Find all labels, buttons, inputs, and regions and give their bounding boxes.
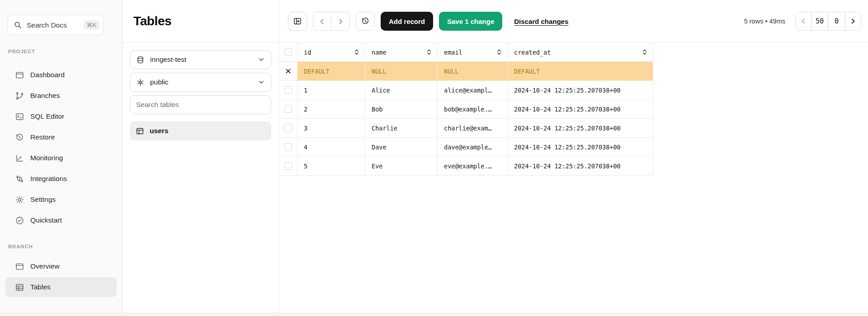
- sort-icon[interactable]: [426, 49, 432, 56]
- select-all-checkbox[interactable]: [284, 48, 292, 56]
- table-grid-icon: [136, 126, 145, 135]
- back-button[interactable]: [313, 12, 331, 30]
- cell-created-at[interactable]: 2024-10-24 12:25:25.207038+00: [508, 157, 653, 176]
- history-button[interactable]: [356, 12, 375, 31]
- query-stats: 5 rows • 49ms: [744, 18, 785, 25]
- pagination-control: 50 0: [795, 12, 861, 31]
- save-changes-button[interactable]: Save 1 change: [439, 12, 502, 31]
- section-label-branch: BRANCH: [8, 244, 122, 249]
- schema-select[interactable]: public: [130, 73, 271, 92]
- table-row: 5 Eve eve@example.… 2024-10-24 12:25:25.…: [279, 157, 868, 176]
- cell-id[interactable]: 3: [297, 119, 365, 138]
- database-select-value: inngest-test: [150, 56, 186, 64]
- cell-email[interactable]: bob@example.…: [438, 100, 508, 119]
- row-checkbox[interactable]: [284, 143, 292, 151]
- table-row: 4 Dave dave@example… 2024-10-24 12:25:25…: [279, 138, 868, 157]
- sidebar-item-restore[interactable]: Restore: [5, 127, 117, 147]
- column-header-email[interactable]: email: [438, 43, 508, 62]
- sort-icon[interactable]: [642, 49, 648, 56]
- row-checkbox[interactable]: [284, 86, 292, 94]
- tables-panel: Tables inngest-test public users: [123, 0, 279, 316]
- search-shortcut-badge: ⌘K: [84, 20, 99, 30]
- main-area: Add record Save 1 change Discard changes…: [279, 0, 868, 316]
- schema-select-value: public: [150, 78, 169, 86]
- remove-pending-row-button[interactable]: [279, 62, 297, 80]
- cell-name[interactable]: Charlie: [365, 119, 438, 138]
- database-icon: [136, 55, 145, 64]
- collapse-panel-button[interactable]: [288, 12, 307, 31]
- remove-pending-row-cell: [279, 62, 297, 81]
- table-name-label: users: [150, 127, 168, 135]
- grid-toolbar: Add record Save 1 change Discard changes…: [279, 0, 868, 43]
- row-checkbox[interactable]: [284, 105, 292, 113]
- dashboard-icon: [14, 70, 24, 80]
- cell-id[interactable]: 2: [297, 100, 365, 119]
- cell-name[interactable]: Eve: [365, 157, 438, 176]
- git-compare-icon: [14, 174, 24, 184]
- chevron-down-icon: [258, 56, 265, 63]
- row-checkbox[interactable]: [284, 162, 292, 170]
- panel-header: Tables: [123, 0, 278, 43]
- sidebar-item-tables[interactable]: Tables: [5, 277, 117, 297]
- pending-cell-id[interactable]: DEFAULT: [297, 62, 365, 81]
- row-checkbox[interactable]: [284, 124, 292, 132]
- sort-icon[interactable]: [496, 49, 502, 56]
- cell-email[interactable]: alice@exampl…: [438, 81, 508, 100]
- cell-id[interactable]: 4: [297, 138, 365, 157]
- history-icon: [361, 17, 370, 26]
- forward-button[interactable]: [331, 12, 349, 30]
- next-page-button[interactable]: [845, 12, 861, 30]
- history-clock-icon: [14, 132, 24, 142]
- select-all-cell: [279, 43, 297, 62]
- viewport-bottom-edge: [0, 313, 868, 316]
- git-branch-icon: [14, 91, 24, 101]
- page-offset-field[interactable]: 0: [828, 12, 845, 30]
- discard-changes-link[interactable]: Discard changes: [514, 18, 568, 25]
- table-grid-icon: [14, 282, 24, 292]
- add-record-button[interactable]: Add record: [381, 12, 433, 31]
- chart-icon: [14, 153, 24, 163]
- gear-icon: [14, 195, 24, 204]
- data-grid: id name email created_at DEFAULT NULL NU…: [279, 43, 868, 176]
- sidebar-item-dashboard[interactable]: Dashboard: [5, 65, 117, 85]
- sidebar-item-quickstart[interactable]: Quickstart: [5, 210, 117, 230]
- table-list-item-users[interactable]: users: [130, 121, 271, 140]
- sidebar-item-overview[interactable]: Overview: [5, 256, 117, 276]
- cell-name[interactable]: Bob: [365, 100, 438, 119]
- pending-cell-created-at[interactable]: DEFAULT: [508, 62, 653, 81]
- collapse-panel-icon: [293, 17, 302, 26]
- branch-nav-list: Overview Tables: [0, 256, 122, 297]
- chevron-down-icon: [258, 79, 265, 86]
- pending-cell-email[interactable]: NULL: [438, 62, 508, 81]
- cell-name[interactable]: Alice: [365, 81, 438, 100]
- sidebar-item-integrations[interactable]: Integrations: [5, 169, 117, 189]
- cell-email[interactable]: dave@example…: [438, 138, 508, 157]
- sidebar-item-settings[interactable]: Settings: [5, 190, 117, 209]
- sidebar-item-sql-editor[interactable]: SQL Editor: [5, 107, 117, 126]
- browser-window-icon: [14, 261, 24, 271]
- column-header-id[interactable]: id: [297, 43, 365, 62]
- section-label-project: PROJECT: [8, 49, 122, 54]
- cell-id[interactable]: 1: [297, 81, 365, 100]
- search-docs-button[interactable]: Search Docs ⌘K: [7, 15, 104, 35]
- sidebar-item-monitoring[interactable]: Monitoring: [5, 148, 117, 168]
- app-window: Search Docs ⌘K PROJECT Dashboard Branche…: [0, 0, 868, 316]
- cell-created-at[interactable]: 2024-10-24 12:25:25.207038+00: [508, 81, 653, 100]
- page-size-field[interactable]: 50: [811, 12, 828, 30]
- cell-email[interactable]: charlie@exam…: [438, 119, 508, 138]
- cell-id[interactable]: 5: [297, 157, 365, 176]
- database-select[interactable]: inngest-test: [130, 50, 271, 69]
- search-tables-input[interactable]: [130, 95, 271, 114]
- prev-page-button[interactable]: [796, 12, 811, 30]
- cell-email[interactable]: eve@example.…: [438, 157, 508, 176]
- sort-icon[interactable]: [354, 49, 360, 56]
- column-header-name[interactable]: name: [365, 43, 438, 62]
- cell-created-at[interactable]: 2024-10-24 12:25:25.207038+00: [508, 119, 653, 138]
- sidebar: Search Docs ⌘K PROJECT Dashboard Branche…: [0, 0, 123, 316]
- column-header-created-at[interactable]: created_at: [508, 43, 653, 62]
- cell-name[interactable]: Dave: [365, 138, 438, 157]
- sidebar-item-branches[interactable]: Branches: [5, 86, 117, 106]
- pending-cell-name[interactable]: NULL: [365, 62, 438, 81]
- cell-created-at[interactable]: 2024-10-24 12:25:25.207038+00: [508, 138, 653, 157]
- cell-created-at[interactable]: 2024-10-24 12:25:25.207038+00: [508, 100, 653, 119]
